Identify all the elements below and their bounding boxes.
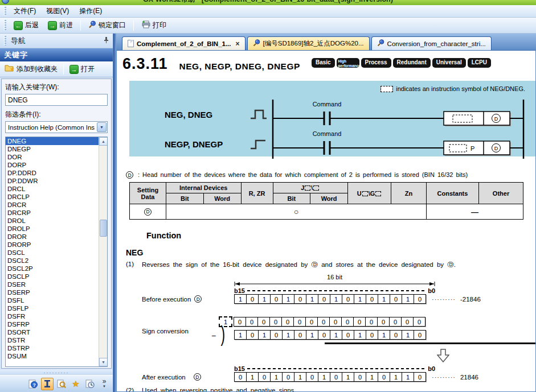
svg-text:Command: Command	[313, 101, 342, 108]
bit-cell: 1	[306, 294, 318, 304]
instruction-list-item[interactable]: DSCLP	[6, 273, 99, 280]
instruction-list-item[interactable]: DOR	[6, 153, 99, 161]
pin-pane-icon[interactable]	[103, 36, 109, 45]
bit-cell: 0	[414, 294, 426, 304]
col-setting-data: Setting Data	[130, 183, 166, 204]
bit-diagram: 16 bit b15b0 B	[122, 274, 535, 382]
instruction-list-item[interactable]: DROL	[6, 217, 99, 225]
add-to-favorites-button[interactable]: ★ 添加到收藏夹	[2, 63, 60, 75]
tab-sd1869[interactable]: [编号SD1869]轴2_近点DOG%20...	[247, 36, 370, 50]
rising-edge-icon	[249, 136, 268, 152]
bit-cell: 1	[246, 372, 259, 382]
instruction-list-item[interactable]: DP.DDRD	[6, 169, 99, 177]
close-icon[interactable]: ×	[236, 40, 240, 48]
menu-item[interactable]: 操作(E)	[74, 5, 107, 17]
instruction-list[interactable]: ▲ ▼ DNEGDNEGPDORDORPDP.DDRDDP.DDWRDRCLDR…	[5, 137, 108, 367]
span-arrow	[234, 281, 435, 286]
dotted-leader	[432, 296, 456, 303]
pane-grip[interactable]	[4, 36, 6, 46]
section-title: NEG, NEGP, DNEG, DNEGP	[179, 61, 300, 72]
favorites-button[interactable]: ★	[69, 378, 82, 390]
sixteen-bit-label: 16 bit	[234, 274, 435, 280]
scroll-up-icon[interactable]: ▲	[99, 137, 108, 146]
instruction-list-item[interactable]: DSFRP	[6, 320, 99, 328]
before-value: -21846	[460, 296, 481, 303]
menu-item[interactable]: 视图(V)	[41, 5, 74, 17]
bit-cell: 1	[402, 372, 414, 382]
pane-resize-handle[interactable]: ·········	[0, 370, 113, 375]
col-u-g-device: U\G	[348, 183, 391, 204]
forward-icon: →	[48, 21, 57, 30]
instruction-list-item[interactable]: DSTR	[6, 336, 99, 344]
tab-label: Complement_of_2_of_BIN_1...	[137, 40, 231, 47]
forward-button[interactable]: → 前进	[44, 19, 77, 32]
instruction-list-item[interactable]: DSTRP	[6, 344, 99, 352]
instruction-list-item[interactable]: DNEGP	[6, 145, 99, 153]
instruction-list-item[interactable]: DSCL2P	[6, 265, 99, 273]
filter-dropdown[interactable]: Instruction Help (Common Ins ▼	[5, 121, 108, 133]
instruction-list-item[interactable]: DSORT	[6, 328, 99, 336]
instruction-list-item[interactable]: DSCL2	[6, 257, 99, 265]
instruction-list-item[interactable]: DRCLP	[6, 193, 99, 201]
lock-window-label: 锁定窗口	[99, 20, 126, 30]
toolbar-grip[interactable]	[4, 20, 6, 31]
help-topics-button[interactable]: ?	[27, 378, 39, 390]
back-button[interactable]: ← 后退	[10, 19, 43, 32]
bit-cell: 0	[330, 372, 342, 382]
instruction-list-item[interactable]: DSUM	[6, 352, 99, 360]
instruction-list-item[interactable]: DSCL	[6, 249, 99, 257]
lock-window-button[interactable]: 锁定窗口	[84, 19, 130, 32]
col-r-zr: R, ZR	[241, 183, 273, 204]
col-zn: Zn	[391, 183, 427, 204]
bit-cell: 1	[306, 330, 318, 340]
bit-cell: 0	[246, 330, 259, 340]
toolbar-grip[interactable]	[4, 7, 6, 15]
menu-bar: 文件(F)视图(V)操作(E)	[0, 5, 536, 18]
list-scrollbar[interactable]: ▲ ▼	[99, 137, 107, 366]
keyword-input[interactable]	[5, 94, 108, 106]
instruction-list-item[interactable]: DSFLP	[6, 304, 99, 312]
toolbar-overflow-button[interactable]: »▼	[98, 378, 111, 390]
device-note: D : Head number of the devices where the…	[126, 171, 535, 179]
open-label: 打开	[81, 64, 95, 74]
history-button[interactable]	[84, 378, 96, 390]
instruction-list-item[interactable]: DSER	[6, 280, 99, 288]
keyword-view-button[interactable]	[41, 378, 54, 390]
instruction-list-item[interactable]: DRCR	[6, 201, 99, 209]
scrollbar-thumb[interactable]	[100, 220, 107, 237]
search-button[interactable]	[55, 378, 68, 390]
instruction-list-item[interactable]: DRCL	[6, 185, 99, 193]
bit-cell: 0	[305, 317, 318, 327]
instruction-list-item[interactable]: DRORP	[6, 241, 99, 249]
instruction-list-item[interactable]: DP.DDWR	[6, 177, 99, 185]
bit-cell: 0	[294, 330, 306, 340]
bit-index-labels: b15b0	[234, 365, 435, 372]
instruction-list-item[interactable]: DORP	[6, 161, 99, 169]
tab-complement-of-2[interactable]: Complement_of_2_of_BIN_1... ×	[122, 36, 246, 50]
bit-cell: 1	[270, 372, 283, 382]
scroll-down-icon[interactable]: ▼	[99, 358, 108, 366]
navigation-pane: 导航 关键字 ★ 添加到收藏夹 → 打开 请输入关键字(W): 筛选条件(I):	[0, 34, 113, 392]
col-word: Word	[203, 193, 241, 204]
platform-badge: High performance	[337, 58, 359, 68]
ladder-diagram: Command P D	[268, 127, 529, 160]
operand-d-symbol: D	[194, 373, 201, 381]
svg-text:P: P	[470, 145, 474, 152]
instruction-list-item[interactable]: DRCRP	[6, 209, 99, 217]
instruction-list-item[interactable]: DROR	[6, 233, 99, 241]
instruction-list-item[interactable]: DROLP	[6, 225, 99, 233]
col-bit: Bit	[273, 193, 310, 204]
col-word: Word	[310, 193, 348, 204]
bit-cell: 0	[281, 317, 294, 327]
tab-conversion[interactable]: Conversion_from_character_stri...	[371, 36, 492, 50]
open-button[interactable]: → 打开	[67, 63, 97, 75]
row-operand: D	[130, 204, 166, 220]
instruction-list-item[interactable]: DSERP	[6, 288, 99, 296]
chevron-down-icon[interactable]: ▼	[97, 122, 107, 132]
instruction-list-item[interactable]: DSFR	[6, 312, 99, 320]
instruction-list-item[interactable]: DNEG	[6, 137, 99, 145]
instruction-list-item[interactable]: DSFL	[6, 296, 99, 304]
print-button[interactable]: 打印	[137, 19, 170, 32]
bit-cell: 1	[378, 330, 390, 340]
menu-item[interactable]: 文件(F)	[9, 5, 41, 17]
